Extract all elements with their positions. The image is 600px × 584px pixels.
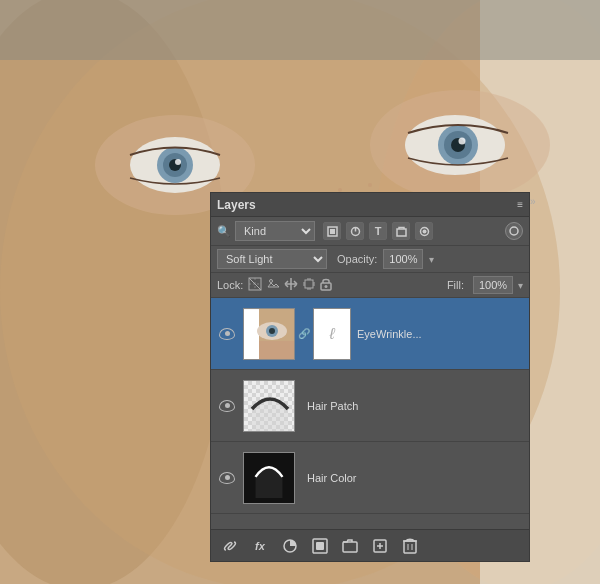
lock-row: Lock: Fill: 100% ▾ — [211, 273, 529, 298]
filter-kind-select[interactable]: Kind — [235, 221, 315, 241]
lock-artboard-icon[interactable] — [302, 277, 316, 293]
footer-adjustment-icon[interactable] — [279, 535, 301, 557]
footer-group-icon[interactable] — [339, 535, 361, 557]
svg-point-29 — [510, 227, 518, 235]
svg-rect-47 — [244, 381, 252, 432]
panel-collapse-arrows[interactable]: » — [530, 196, 536, 207]
svg-rect-52 — [343, 542, 357, 552]
lock-all-icon[interactable] — [320, 277, 332, 293]
fill-value[interactable]: 100% — [473, 276, 513, 294]
opacity-value[interactable]: 100% — [383, 249, 423, 269]
svg-rect-18 — [0, 0, 600, 60]
svg-rect-54 — [404, 541, 416, 553]
search-icon: 🔍 — [217, 225, 231, 238]
lock-transparent-icon[interactable] — [248, 277, 262, 293]
layer-hair-color-visibility[interactable] — [217, 468, 237, 488]
svg-point-22 — [368, 183, 372, 187]
svg-point-16 — [459, 138, 466, 145]
filter-adjust-icon[interactable] — [346, 222, 364, 240]
filter-row: 🔍 Kind T — [211, 217, 529, 246]
chain-link-icon: 🔗 — [298, 328, 310, 339]
layer-eye-wrinkle-mask: ℓ — [313, 308, 351, 360]
filter-shape-icon[interactable] — [392, 222, 410, 240]
layer-eye-wrinkle-thumb — [243, 308, 295, 360]
blend-mode-select[interactable]: Soft Light — [217, 249, 327, 269]
svg-point-10 — [175, 159, 181, 165]
lock-label: Lock: — [217, 279, 243, 291]
fill-arrow: ▾ — [518, 280, 523, 291]
filter-pixel-icon[interactable] — [323, 222, 341, 240]
layer-hair-patch-thumbnails — [243, 380, 301, 432]
lock-icons — [248, 277, 332, 293]
svg-point-34 — [270, 280, 273, 283]
svg-rect-26 — [397, 229, 406, 236]
svg-point-43 — [269, 328, 275, 334]
layer-hair-patch-thumb — [243, 380, 295, 432]
layer-eye-wrinkle-visibility[interactable] — [217, 324, 237, 344]
panel-footer: fx — [211, 529, 529, 561]
footer-fx-icon[interactable]: fx — [249, 535, 271, 557]
footer-mask-icon[interactable] — [309, 535, 331, 557]
layer-hair-patch-visibility[interactable] — [217, 396, 237, 416]
layer-eye-wrinkle[interactable]: 🔗 ℓ EyeWrinkle... — [211, 298, 529, 370]
visibility-eye-icon-3 — [219, 472, 235, 484]
footer-delete-icon[interactable] — [399, 535, 421, 557]
visibility-eye-icon — [219, 328, 235, 340]
svg-rect-24 — [330, 229, 335, 234]
layer-hair-color-name: Hair Color — [307, 472, 523, 484]
svg-rect-44 — [259, 341, 295, 360]
blend-mode-row: Soft Light Opacity: 100% ▾ — [211, 246, 529, 273]
lock-image-icon[interactable] — [266, 277, 280, 293]
panel-menu-icon[interactable]: ≡ — [517, 199, 523, 210]
layer-eye-wrinkle-name: EyeWrinkle... — [357, 328, 523, 340]
opacity-arrow: ▾ — [429, 254, 434, 265]
panel-header-icons: ≡ — [517, 199, 523, 210]
svg-point-28 — [422, 229, 426, 233]
filter-smart-icon[interactable] — [415, 222, 433, 240]
filter-icons: T — [323, 222, 433, 240]
filter-text-icon[interactable]: T — [369, 222, 387, 240]
lock-position-icon[interactable] — [284, 277, 298, 293]
panel-header: Layers ≡ — [211, 193, 529, 217]
layers-panel: Layers ≡ 🔍 Kind T — [210, 192, 530, 562]
layer-hair-patch-name: Hair Patch — [307, 400, 523, 412]
svg-point-37 — [325, 285, 328, 288]
layer-hair-color-thumb — [243, 452, 295, 504]
layers-list: 🔗 ℓ EyeWrinkle... — [211, 298, 529, 529]
visibility-eye-icon-2 — [219, 400, 235, 412]
filter-toggle[interactable] — [505, 222, 523, 240]
fill-label: Fill: — [447, 279, 464, 291]
footer-new-layer-icon[interactable] — [369, 535, 391, 557]
footer-icons: fx — [219, 535, 421, 557]
footer-link-icon[interactable] — [219, 535, 241, 557]
panel-title: Layers — [217, 198, 256, 212]
layer-eye-wrinkle-thumbnails: 🔗 ℓ — [243, 308, 351, 360]
svg-rect-35 — [305, 280, 313, 288]
layer-hair-color-thumbnails — [243, 452, 301, 504]
svg-rect-51 — [316, 542, 324, 550]
layer-hair-color[interactable]: Hair Color — [211, 442, 529, 514]
layer-hair-patch[interactable]: Hair Patch — [211, 370, 529, 442]
opacity-label: Opacity: — [337, 253, 377, 265]
